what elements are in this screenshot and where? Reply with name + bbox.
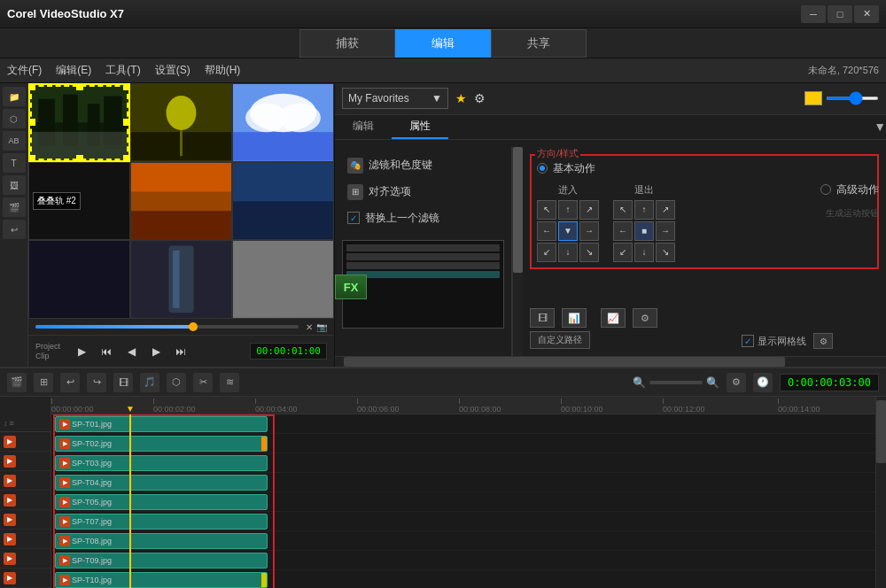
track-clip-4[interactable]: ▶ SP-T04.jpg [55, 475, 268, 491]
delete-icon[interactable]: ✕ [306, 322, 313, 332]
enter-right[interactable]: → [579, 221, 599, 241]
timeline-audio-icon[interactable]: 🎵 [140, 373, 159, 392]
preview-cell-6[interactable] [232, 162, 334, 241]
enter-left[interactable]: ← [537, 221, 556, 241]
tab-capture[interactable]: 捕获 [299, 29, 395, 58]
play-button[interactable]: ▶ [71, 341, 92, 362]
timeline-split-icon[interactable]: ✂ [193, 373, 213, 392]
preview-cell-4[interactable]: 叠叠轨 #2 [28, 162, 130, 241]
menu-tools[interactable]: 工具(T) [105, 63, 140, 78]
track-clip-3[interactable]: ▶ SP-T03.jpg [55, 455, 268, 471]
exit-up[interactable]: ↑ [634, 200, 654, 220]
track-clip-8[interactable]: ▶ SP-T09.jpg [55, 553, 268, 569]
filter-scrollbar[interactable] [512, 147, 523, 357]
effects-icon[interactable]: AB [3, 131, 26, 151]
transitions-icon[interactable]: ⬡ [3, 109, 26, 128]
custom-path-button[interactable]: 自定义路径 [530, 331, 590, 349]
zoom-in-icon[interactable]: 🔍 [706, 376, 719, 389]
preview-cell-2[interactable] [130, 83, 232, 162]
motion-icon-4[interactable]: ⚙ [633, 308, 657, 328]
basic-motion-radio[interactable] [537, 163, 548, 174]
close-button[interactable]: ✕ [854, 5, 879, 23]
color-swatch[interactable] [804, 91, 822, 105]
exit-right[interactable]: → [656, 221, 675, 241]
settings-icon[interactable]: ⚙ [474, 91, 486, 105]
track-clip-9[interactable]: ▶ SP-T10.jpg [55, 572, 268, 588]
preview-cell-1[interactable] [28, 83, 130, 162]
menu-file[interactable]: 文件(F) [7, 63, 42, 78]
handle-bl[interactable] [28, 155, 35, 162]
brightness-slider[interactable] [826, 97, 879, 100]
favorites-dropdown[interactable]: My Favorites ▼ [342, 88, 448, 109]
exit-ur[interactable]: ↗ [656, 200, 675, 220]
titles-icon[interactable]: T [3, 153, 26, 173]
scrubber-thumb[interactable] [189, 322, 198, 331]
preview-cell-5[interactable] [130, 162, 232, 241]
timeline-undo-icon[interactable]: ↩ [60, 373, 80, 392]
exit-dr[interactable]: ↘ [656, 243, 675, 262]
replace-checkbox[interactable] [347, 212, 360, 224]
gridlines-settings-icon[interactable]: ⚙ [813, 333, 833, 349]
tab-filter[interactable]: 编辑 [335, 115, 392, 139]
tab-properties[interactable]: 属性 [392, 115, 448, 139]
handle-br[interactable] [123, 155, 130, 162]
enter-up[interactable]: ↑ [558, 200, 578, 220]
timeline-redo-icon[interactable]: ↪ [87, 373, 106, 392]
filter-scroll-thumb[interactable] [513, 147, 523, 273]
prev-frame-button[interactable]: ⏮ [96, 341, 117, 362]
advanced-motion-radio[interactable] [820, 184, 831, 195]
motion-icon-1[interactable]: 🎞 [530, 308, 555, 328]
timeline-storyboard-icon[interactable]: ⊞ [34, 373, 53, 392]
filter-align[interactable]: ⊞ 对齐选项 [342, 181, 504, 204]
timeline-film-icon[interactable]: 🎬 [7, 373, 27, 392]
gridlines-checkbox[interactable] [742, 335, 754, 347]
vscroll-thumb[interactable] [876, 400, 886, 463]
timeline-clock-icon[interactable]: 🕐 [753, 373, 773, 392]
zoom-out-icon[interactable]: 🔍 [633, 376, 646, 389]
preview-cell-8[interactable] [130, 240, 232, 319]
library-icon[interactable]: 📁 [3, 87, 26, 106]
effects-hscroll[interactable] [335, 356, 886, 367]
menu-edit[interactable]: 编辑(E) [56, 63, 91, 78]
tab-share[interactable]: 共享 [491, 29, 587, 58]
fx-button[interactable]: FX [335, 275, 367, 299]
timeline-transition-icon[interactable]: ⬡ [167, 373, 186, 392]
handle-tl[interactable] [28, 83, 35, 90]
minimize-button[interactable]: ─ [801, 5, 826, 23]
menu-help[interactable]: 帮助(H) [205, 63, 241, 78]
playhead[interactable] [129, 414, 131, 588]
maximize-button[interactable]: □ [828, 5, 852, 23]
next-frame-button[interactable]: ⏭ [170, 341, 191, 362]
filter-keying[interactable]: 🎭 滤镜和色度键 [342, 154, 504, 177]
back-button[interactable]: ◀ [120, 341, 142, 362]
track-clip-5[interactable]: ▶ SP-T05.jpg [55, 494, 268, 510]
timeline-motion-icon[interactable]: ≋ [220, 373, 239, 392]
track-clip-6[interactable]: ▶ SP-T07.jpg [55, 514, 268, 530]
preview-cell-7[interactable] [28, 240, 130, 319]
graphics-icon[interactable]: 🖼 [3, 175, 26, 195]
enter-ul[interactable]: ↖ [537, 200, 556, 220]
panel-tab-dropdown-icon[interactable]: ▼ [874, 120, 886, 134]
fit-icon[interactable]: ↕ [4, 419, 8, 428]
handle-lm[interactable] [28, 119, 35, 126]
tracks-icon[interactable]: ≡ [10, 419, 14, 428]
filter-replace[interactable]: 替换上一个滤镜 [342, 207, 504, 229]
tab-edit[interactable]: 编辑 [395, 29, 491, 58]
enter-center[interactable]: ▼ [558, 221, 578, 241]
timeline-settings-icon[interactable]: ⚙ [727, 373, 746, 392]
motion-icon-2[interactable]: 📊 [562, 308, 587, 328]
exit-center[interactable]: ■ [634, 221, 654, 241]
menu-settings[interactable]: 设置(S) [155, 63, 190, 78]
exit-ul[interactable]: ↖ [613, 200, 633, 220]
track-clip-7[interactable]: ▶ SP-T08.jpg [55, 533, 268, 549]
handle-bm[interactable] [76, 155, 83, 162]
track-clip-1[interactable]: ▶ SP-T01.jpg [55, 416, 268, 432]
handle-tr[interactable] [123, 83, 130, 90]
hscroll-thumb[interactable] [344, 357, 785, 367]
enter-down[interactable]: ↓ [558, 243, 578, 262]
enter-dl[interactable]: ↙ [537, 243, 556, 262]
enter-dr[interactable]: ↘ [579, 243, 599, 262]
handle-rm[interactable] [123, 119, 130, 126]
video-icon[interactable]: 🎬 [3, 197, 26, 217]
star-icon[interactable]: ★ [455, 91, 467, 105]
